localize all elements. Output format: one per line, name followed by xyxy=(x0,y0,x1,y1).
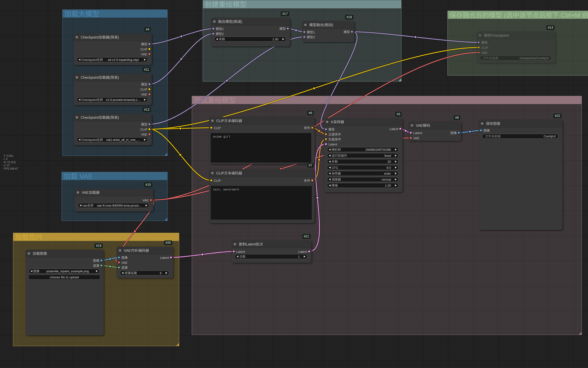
svg-text:Latent: Latent xyxy=(413,131,422,135)
svg-text:VAE: VAE xyxy=(80,172,93,180)
svg-text:VAE: VAE xyxy=(82,191,89,195)
svg-text:Checkpoint: Checkpoint xyxy=(491,34,509,37)
svg-text:Checkpoint: Checkpoint xyxy=(81,35,99,39)
svg-text:(: ( xyxy=(109,116,111,120)
svg-text:CLIP: CLIP xyxy=(481,46,488,49)
svg-text:V: 37: V: 37 xyxy=(4,164,10,167)
svg-text:Checkpoint: Checkpoint xyxy=(81,58,97,62)
svg-text:VAE: VAE xyxy=(143,199,149,202)
svg-text:VAE: VAE xyxy=(124,248,131,253)
svg-text:Checkpoint: Checkpoint xyxy=(81,75,99,80)
svg-text:CLIP: CLIP xyxy=(140,47,147,51)
svg-text:sd-v1-5-inpainting.ckpt: sd-v1-5-inpainting.ckpt xyxy=(108,58,139,62)
svg-text:vae: vae xyxy=(82,204,87,207)
svg-text:normal: normal xyxy=(382,178,391,181)
svg-text:choose file to upload: choose file to upload xyxy=(50,276,79,279)
svg-text:): ) xyxy=(332,23,333,27)
svg-text:#17: #17 xyxy=(282,12,288,16)
svg-text:#4: #4 xyxy=(146,28,149,31)
svg-text:K: K xyxy=(331,120,334,124)
svg-text:(: ( xyxy=(109,35,111,39)
svg-text:nai1-artist_all_in_one_…: nai1-artist_all_in_one_… xyxy=(106,138,140,142)
svg-text:): ) xyxy=(118,116,119,120)
svg-text:CLIP: CLIP xyxy=(140,128,147,131)
svg-text:#21: #21 xyxy=(304,234,309,238)
svg-text:fixed: fixed xyxy=(384,154,391,157)
svg-text:VAE: VAE xyxy=(141,93,147,96)
svg-text:2: 2 xyxy=(222,32,224,36)
svg-text:VAE: VAE xyxy=(121,261,127,265)
svg-text:): ) xyxy=(118,35,119,39)
svg-text:euler: euler xyxy=(384,172,391,175)
svg-text:#20: #20 xyxy=(165,241,171,244)
svg-text:VAE: VAE xyxy=(413,136,419,140)
svg-text:anime girl: anime girl xyxy=(213,135,230,138)
svg-text:(: ( xyxy=(233,20,234,24)
svg-text:CLIP: CLIP xyxy=(214,179,221,182)
svg-text:v1-5-pruned-emaonly.s…: v1-5-pruned-emaonly.s… xyxy=(106,98,140,101)
svg-text:(: ( xyxy=(504,11,506,19)
svg-text:#15: #15 xyxy=(145,183,151,186)
svg-text:2: 2 xyxy=(313,36,315,39)
svg-text:VAE: VAE xyxy=(141,53,147,56)
svg-text:#19: #19 xyxy=(96,244,101,248)
svg-text:Checkpoint: Checkpoint xyxy=(81,116,99,120)
svg-text:yosemite_inpaint_example.png: yosemite_inpaint_example.png xyxy=(46,269,89,273)
svg-text:#6: #6 xyxy=(308,111,312,115)
svg-text:8.0: 8.0 xyxy=(387,166,391,169)
svg-text:Latent: Latent xyxy=(246,242,256,246)
svg-text:Checkpoint: Checkpoint xyxy=(81,98,97,101)
svg-text:text, watermark: text, watermark xyxy=(213,188,239,191)
svg-text:checkpoints/ComfyUI: checkpoints/ComfyUI xyxy=(519,56,549,60)
svg-text:Latent: Latent xyxy=(328,143,337,146)
svg-text:1: 1 xyxy=(222,27,224,31)
svg-text:CFG: CFG xyxy=(332,166,338,169)
svg-text:#14: #14 xyxy=(548,26,553,29)
svg-text:): ) xyxy=(118,75,119,80)
svg-text:1.00: 1.00 xyxy=(272,37,278,41)
svg-text:CLIP: CLIP xyxy=(140,88,147,91)
svg-text:VAE: VAE xyxy=(416,124,423,128)
svg-text:#3: #3 xyxy=(397,112,400,116)
svg-text:Latent: Latent xyxy=(236,250,245,253)
svg-text:6: 6 xyxy=(160,271,162,275)
svg-text:CLIP: CLIP xyxy=(214,126,221,130)
svg-text:T: 0.00s: T: 0.00s xyxy=(4,154,13,157)
svg-text:CLIP: CLIP xyxy=(216,171,224,175)
svg-text:1: 1 xyxy=(313,30,315,34)
svg-text:#7: #7 xyxy=(308,163,312,167)
svg-text:20: 20 xyxy=(388,160,391,163)
svg-text:(: ( xyxy=(109,75,111,80)
svg-text:VAE: VAE xyxy=(141,133,147,136)
svg-text:(: ( xyxy=(324,23,325,27)
svg-text:#22: #22 xyxy=(555,114,560,118)
svg-text:VAE: VAE xyxy=(481,51,488,55)
svg-text:FPS:166.67: FPS:166.67 xyxy=(4,167,18,170)
svg-text:N: 15 [15]: N: 15 [15] xyxy=(4,161,16,164)
svg-text:Ctrl+M: Ctrl+M xyxy=(561,11,580,19)
svg-text:1: 1 xyxy=(298,255,300,258)
svg-text:): ) xyxy=(241,20,242,24)
svg-text:#18: #18 xyxy=(347,15,352,19)
svg-text:1.00: 1.00 xyxy=(385,184,391,187)
svg-text:ComfyUI: ComfyUI xyxy=(544,135,556,138)
svg-text:Latent: Latent xyxy=(298,250,307,253)
svg-text:#13: #13 xyxy=(144,108,150,111)
svg-text:156680208700286: 156680208700286 xyxy=(365,148,391,151)
svg-text:CLIP: CLIP xyxy=(216,119,224,123)
svg-text:#8: #8 xyxy=(455,116,459,120)
svg-text:Latent: Latent xyxy=(160,256,169,259)
svg-text:Checkpoint: Checkpoint xyxy=(81,138,97,142)
svg-text:I: 0: I: 0 xyxy=(4,157,8,160)
svg-text:Latent: Latent xyxy=(389,127,398,131)
svg-text:vae-ft-mse-840000-ema-prune…: vae-ft-mse-840000-ema-prune… xyxy=(97,204,142,207)
svg-text:#11: #11 xyxy=(144,68,149,71)
